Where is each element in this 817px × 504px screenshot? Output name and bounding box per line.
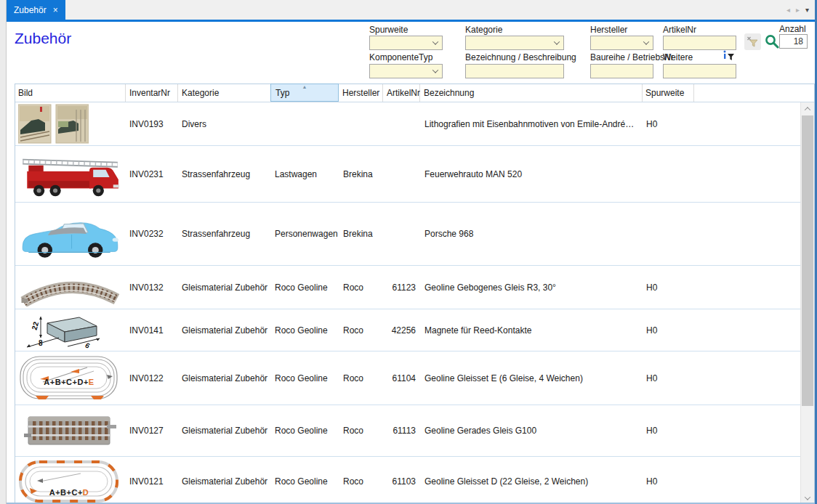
bild-cell	[15, 146, 126, 202]
column-header-hersteller[interactable]: Hersteller	[339, 84, 383, 102]
anzahl-label: Anzahl	[779, 24, 806, 34]
column-header-artikelnr[interactable]: ArtikelNr	[383, 84, 420, 102]
baureihe-input[interactable]	[590, 64, 653, 78]
filler-cell	[695, 266, 814, 309]
spurweite-cell: H0	[643, 351, 695, 405]
tab-accent-line	[7, 20, 817, 22]
curved-track-image	[18, 269, 122, 306]
filler-cell	[695, 146, 814, 202]
tab-close-icon[interactable]: ×	[53, 6, 58, 15]
column-header-filler	[694, 84, 814, 102]
hersteller-combo[interactable]	[590, 36, 653, 50]
artikelnr-cell: 61113	[384, 405, 421, 456]
kategorie-cell: Gleismaterial Zubehör	[178, 457, 271, 504]
column-header-typ-label: Typ	[275, 88, 289, 98]
column-header-bezeichnung[interactable]: Bezeichnung	[420, 84, 643, 102]
scroll-tabs-right-icon[interactable]: ▸	[796, 6, 800, 14]
track-plan-e-image: A+B+C+D+E	[18, 354, 120, 402]
artikelnr-cell: 42256	[384, 309, 421, 351]
typ-cell: Roco Geoline	[271, 457, 339, 504]
bild-cell	[15, 266, 126, 309]
kategorie-label: Kategorie	[465, 25, 502, 35]
table-row[interactable]: INV0232 Strassenfahrzeug Personenwagen B…	[15, 203, 814, 266]
filler-cell	[695, 102, 814, 145]
artikelnr-cell: 61103	[384, 457, 421, 504]
bezeichnung-cell: Geoline Gleisset D (22 Gleise, 2 Weichen…	[421, 457, 643, 504]
table-row[interactable]: INV0132 Gleismaterial Zubehör Roco Geoli…	[15, 266, 814, 309]
bezeichnung-input[interactable]	[465, 64, 564, 78]
grid-header-row: Bild InventarNr Kategorie ▲ Typ Herstell…	[15, 84, 814, 102]
filler-cell	[695, 203, 814, 265]
kategorie-cell: Gleismaterial Zubehör	[178, 351, 271, 405]
magnet-width-dim: 8	[39, 339, 43, 347]
kategorie-cell: Gleismaterial Zubehör	[178, 266, 271, 309]
table-row[interactable]: A+B+C+D INV0121 Gleismaterial Zubehör Ro…	[15, 457, 814, 504]
kategorie-cell: Gleismaterial Zubehör	[178, 405, 271, 456]
lithographs-steam-trains-image	[18, 104, 89, 144]
clear-filter-button[interactable]	[744, 33, 761, 50]
typ-cell	[271, 102, 339, 145]
typ-cell: Lastwagen	[271, 146, 339, 202]
scroll-tabs-left-icon[interactable]: ◂	[786, 6, 790, 14]
column-header-bild[interactable]: Bild	[15, 84, 126, 102]
track-plan-e-label: A+B+C+D+E	[18, 378, 120, 386]
page-title: Zubehör	[15, 30, 71, 47]
kategorie-cell: Divers	[178, 102, 271, 145]
table-row[interactable]: INV0231 Strassenfahrzeug Lastwagen Breki…	[15, 146, 814, 203]
chevron-down-icon	[643, 38, 649, 44]
inventarnr-cell: INV0127	[126, 405, 178, 456]
spurweite-cell	[643, 146, 695, 202]
straight-track-image	[24, 407, 117, 454]
bild-cell	[15, 405, 126, 456]
typ-cell: Roco Geoline	[271, 351, 339, 405]
red-fire-truck-image	[18, 148, 122, 200]
hersteller-label: Hersteller	[590, 25, 627, 35]
column-header-inventarnr[interactable]: InventarNr	[126, 84, 178, 102]
weitere-label: Weitere	[663, 52, 693, 62]
komponententyp-combo[interactable]	[369, 64, 443, 78]
vertical-scrollbar[interactable]	[800, 102, 814, 504]
artikelnr-input[interactable]	[663, 36, 736, 50]
blue-convertible-car-image	[18, 205, 122, 263]
tab-list-dropdown-icon[interactable]: ▾	[805, 6, 809, 14]
table-row[interactable]: 22 8 6 INV0141 Gleismaterial Zubehör Roc…	[15, 309, 814, 351]
artikelnr-cell	[384, 203, 421, 265]
kategorie-cell: Strassenfahrzeug	[178, 203, 271, 265]
inventory-grid: Bild InventarNr Kategorie ▲ Typ Herstell…	[15, 84, 815, 504]
column-header-typ[interactable]: ▲ Typ	[270, 84, 339, 102]
search-button[interactable]	[762, 32, 780, 49]
inventarnr-cell: INV0122	[126, 351, 178, 405]
bezeichnung-cell: Porsche 968	[421, 203, 643, 265]
hersteller-cell: Brekina	[339, 203, 384, 265]
table-row[interactable]: INV0127 Gleismaterial Zubehör Roco Geoli…	[15, 405, 814, 457]
bild-cell	[15, 203, 126, 265]
column-header-kategorie[interactable]: Kategorie	[178, 84, 271, 102]
tab-zubehoer[interactable]: Zubehör ×	[7, 0, 65, 20]
bild-cell: A+B+C+D+E	[15, 351, 126, 405]
hersteller-cell: Brekina	[339, 146, 384, 202]
bezeichnung-cell: Feuerwehrauto MAN 520	[421, 146, 643, 202]
komponententyp-label: KomponenteTyp	[369, 52, 432, 62]
spurweite-combo[interactable]	[369, 36, 443, 50]
filler-cell	[695, 405, 814, 456]
kategorie-combo[interactable]	[465, 36, 564, 50]
table-row[interactable]: A+B+C+D+E INV0122 Gleismaterial Zubehör …	[15, 351, 814, 405]
chevron-down-icon	[554, 38, 560, 44]
window-left-gutter	[0, 0, 7, 504]
kategorie-cell: Strassenfahrzeug	[178, 146, 271, 202]
column-header-spurweite[interactable]: Spurweite	[643, 84, 694, 102]
weitere-input[interactable]	[663, 64, 736, 78]
inventarnr-cell: INV0132	[126, 266, 178, 309]
magnet-dimension-diagram-image: 22 8 6	[18, 311, 104, 350]
chevron-down-icon	[805, 494, 810, 500]
advanced-filter-button[interactable]	[721, 49, 736, 62]
inventarnr-cell: INV0121	[126, 457, 178, 504]
spurweite-cell: H0	[643, 266, 695, 309]
scroll-up-button[interactable]	[801, 102, 814, 115]
table-row[interactable]: INV0193 Divers Lithografien mit Eisenbah…	[15, 102, 814, 146]
sort-ascending-icon: ▲	[302, 84, 307, 89]
bezeichnung-cell: Geoline Gleisset E (6 Gleise, 4 Weichen)	[421, 351, 643, 405]
scrollbar-thumb[interactable]	[802, 115, 813, 406]
filler-cell	[695, 309, 814, 351]
chevron-up-icon	[805, 107, 810, 113]
